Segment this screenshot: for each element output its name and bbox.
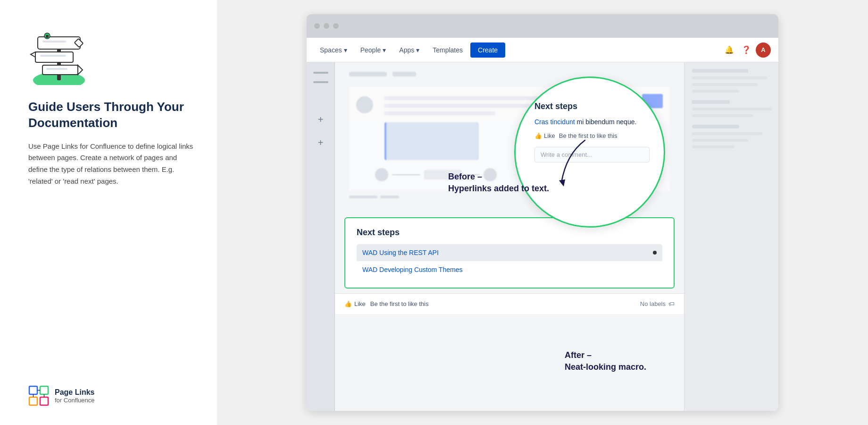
annotation-after: After –Neat-looking macro. (565, 349, 646, 373)
signpost-icon (28, 28, 90, 85)
page-footer: 👍 Like Be the first to like this No labe… (335, 293, 684, 314)
right-panel: Spaces ▾ People ▾ Apps ▾ Templates Creat… (217, 0, 868, 425)
notifications-icon[interactable]: 🔔 (722, 42, 737, 58)
logo-text: Page Links for Confluence (55, 388, 95, 404)
browser-dot-green (333, 23, 339, 29)
next-steps-row-1[interactable]: WAD Using the REST API (357, 244, 662, 261)
callout-title: Next steps (534, 102, 650, 111)
callout-like-row: 👍 Like Be the first to like this (534, 132, 650, 139)
browser-body: + + (307, 62, 778, 411)
svg-marker-7 (31, 52, 35, 57)
sidebar-bar-1 (313, 72, 328, 74)
callout-like-button[interactable]: 👍 Like (534, 132, 555, 139)
browser-chrome (307, 14, 778, 38)
svg-rect-13 (29, 386, 37, 394)
sidebar-add-button[interactable]: + (318, 114, 324, 125)
svg-rect-6 (35, 52, 73, 62)
nav-templates[interactable]: Templates (427, 42, 468, 58)
svg-rect-16 (40, 397, 48, 405)
next-steps-row-2[interactable]: WAD Developing Custom Themes (357, 261, 662, 278)
browser-window: Spaces ▾ People ▾ Apps ▾ Templates Creat… (307, 14, 778, 411)
callout-link-text: Cras tincidunt mi bibendum neque. (534, 118, 650, 126)
label-tag-icon: 🏷 (668, 300, 675, 307)
next-steps-item-2-label: WAD Developing Custom Themes (362, 266, 462, 273)
help-icon[interactable]: ❓ (739, 42, 754, 58)
browser-dot-yellow (324, 23, 329, 29)
callout-colored-link[interactable]: Cras tincidunt (534, 118, 575, 126)
chevron-down-icon-3: ▾ (416, 46, 419, 54)
next-steps-item-1-label: WAD Using the REST API (362, 249, 439, 256)
sidebar-bar-2 (313, 81, 328, 83)
next-steps-title: Next steps (357, 228, 662, 238)
logo-name: Page Links (55, 388, 95, 397)
chevron-down-icon: ▾ (344, 46, 347, 54)
nav-create-button[interactable]: Create (470, 42, 505, 58)
svg-rect-5 (46, 35, 49, 38)
next-steps-panel: Next steps WAD Using the REST API WAD De… (344, 217, 675, 289)
user-avatar[interactable]: A (756, 42, 771, 58)
browser-dot-red (314, 23, 320, 29)
svg-rect-14 (40, 386, 48, 394)
nav-people[interactable]: People ▾ (355, 42, 392, 58)
footer-thumbs-up-icon: 👍 (344, 300, 352, 307)
footer-like-button[interactable]: 👍 Like (344, 300, 366, 307)
callout-comment-input[interactable]: Write a comment... (534, 147, 650, 162)
confluence-nav: Spaces ▾ People ▾ Apps ▾ Templates Creat… (307, 38, 778, 62)
svg-marker-9 (78, 65, 83, 75)
sidebar-add-button-2[interactable]: + (318, 137, 324, 148)
page-sidebar: + + (307, 62, 335, 411)
page-right-sidebar (684, 62, 778, 411)
svg-rect-2 (38, 37, 80, 49)
left-description: Use Page Links for Confluence to define … (28, 141, 193, 187)
callout-rest-text: mi bibendum neque. (575, 118, 637, 126)
nav-apps[interactable]: Apps ▾ (393, 42, 425, 58)
left-title: Guide Users Through Your Documentation (28, 99, 193, 131)
footer-be-first-text: Be the first to like this (370, 300, 429, 307)
callout-circle: Next steps Cras tincidunt mi bibendum ne… (514, 76, 665, 228)
thumbs-up-icon: 👍 (534, 132, 542, 139)
svg-rect-15 (29, 397, 37, 405)
svg-rect-12 (46, 68, 67, 70)
page-content-area[interactable]: Next steps Cras tincidunt mi bibendum ne… (335, 62, 684, 411)
left-panel: Guide Users Through Your Documentation U… (0, 0, 217, 425)
logo-sub: for Confluence (55, 397, 95, 404)
footer-no-labels: No labels 🏷 (640, 300, 675, 307)
page-links-logo-icon (28, 385, 49, 406)
nav-spaces[interactable]: Spaces ▾ (314, 42, 353, 58)
callout-like-first-text: Be the first to like this (559, 132, 618, 139)
logo-area: Page Links for Confluence (28, 385, 193, 406)
chevron-down-icon-2: ▾ (383, 46, 386, 54)
svg-rect-10 (42, 41, 66, 42)
svg-rect-11 (40, 55, 66, 57)
